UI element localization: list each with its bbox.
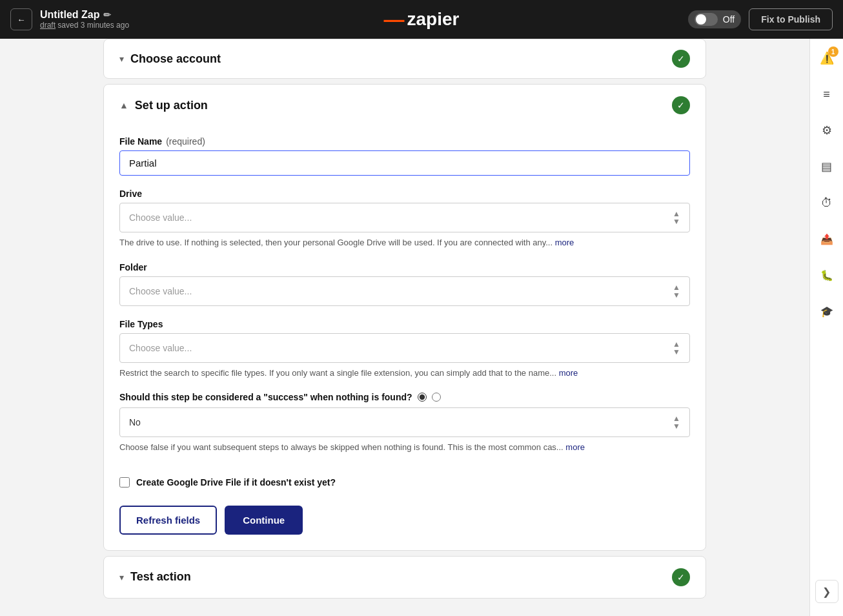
zap-info: Untitled Zap ✏ draft saved 3 minutes ago <box>40 9 129 30</box>
refresh-fields-button[interactable]: Refresh fields <box>119 506 217 535</box>
test-action-card: ▾ Test action ✓ <box>103 556 706 599</box>
test-action-header-left: ▾ Test action <box>119 570 191 584</box>
header-left: ← Untitled Zap ✏ draft saved 3 minutes a… <box>10 8 129 30</box>
draft-link[interactable]: draft <box>40 21 56 30</box>
center-content: ▾ Choose account ✓ ▲ Set up action ✓ Fil <box>0 39 809 616</box>
sidebar-clock-icon[interactable]: ⏱ <box>815 191 838 214</box>
success-select[interactable]: No ▲▼ <box>119 407 690 437</box>
file-types-label-text: File Types <box>119 319 163 329</box>
sidebar-debug-icon[interactable]: 🐛 <box>815 263 838 287</box>
folder-label-text: Folder <box>119 262 147 272</box>
warning-badge: 1 <box>828 46 838 57</box>
drive-placeholder: Choose value... <box>129 212 192 223</box>
setup-action-header-left: ▲ Set up action <box>119 99 208 112</box>
success-question-field-group: Should this step be considered a "succes… <box>119 392 690 454</box>
setup-action-header[interactable]: ▲ Set up action ✓ <box>104 85 706 126</box>
sidebar-collapse-button[interactable]: ❯ <box>815 580 838 603</box>
file-types-label: File Types <box>119 319 690 329</box>
zap-subtitle: draft saved 3 minutes ago <box>40 21 129 30</box>
drive-select[interactable]: Choose value... ▲▼ <box>119 203 690 232</box>
test-action-chevron-icon: ▾ <box>119 572 124 582</box>
test-action-check: ✓ <box>672 568 690 586</box>
setup-chevron-icon: ▲ <box>119 100 128 110</box>
clock-icon: ⏱ <box>821 196 833 210</box>
right-sidebar: ⚠️ 1 ≡ ⚙ ▤ ⏱ 📤 🐛 🎓 ❯ <box>809 39 843 616</box>
sidebar-layers-icon[interactable]: ▤ <box>815 155 838 178</box>
folder-placeholder: Choose value... <box>129 286 192 296</box>
zap-title-row: Untitled Zap ✏ <box>40 9 129 21</box>
success-description: Choose false if you want subsequent step… <box>119 441 690 454</box>
create-file-label: Create Google Drive File if it doesn't e… <box>136 477 336 488</box>
success-question-label: Should this step be considered a "succes… <box>119 392 412 402</box>
folder-arrows-icon: ▲▼ <box>673 283 680 299</box>
layers-icon: ▤ <box>821 159 832 174</box>
upload-icon: 📤 <box>820 233 833 245</box>
file-name-field-group: File Name (required) <box>119 136 690 176</box>
success-radio-no[interactable] <box>432 393 441 402</box>
fix-to-publish-button[interactable]: Fix to Publish <box>749 8 833 30</box>
back-icon: ← <box>17 15 25 25</box>
choose-account-header-left: ▾ Choose account <box>119 52 221 66</box>
toggle-wrap[interactable]: Off <box>688 10 741 28</box>
chevron-down-icon: ▾ <box>119 54 124 64</box>
file-types-select[interactable]: Choose value... ▲▼ <box>119 333 690 363</box>
file-types-placeholder: Choose value... <box>129 343 192 353</box>
sidebar-education-icon[interactable]: 🎓 <box>815 300 838 323</box>
debug-icon: 🐛 <box>820 269 833 282</box>
success-radio-yes[interactable] <box>418 393 427 402</box>
file-name-label-text: File Name <box>119 136 162 147</box>
setup-action-title: Set up action <box>135 99 208 112</box>
edit-icon[interactable]: ✏ <box>103 10 111 20</box>
back-button[interactable]: ← <box>10 8 32 30</box>
setup-action-card: ▲ Set up action ✓ File Name (required) <box>103 84 706 551</box>
action-buttons: Refresh fields Continue <box>119 506 690 535</box>
folder-select[interactable]: Choose value... ▲▼ <box>119 276 690 306</box>
sidebar-upload-icon[interactable]: 📤 <box>815 227 838 251</box>
sidebar-warning-icon[interactable]: ⚠️ 1 <box>815 46 838 70</box>
setup-action-check: ✓ <box>672 96 690 114</box>
success-more-link[interactable]: more <box>565 442 585 452</box>
list-icon: ≡ <box>823 88 830 101</box>
file-name-required: (required) <box>166 136 205 147</box>
choose-account-check: ✓ <box>672 50 690 68</box>
drive-label: Drive <box>119 189 690 199</box>
folder-label: Folder <box>119 262 690 272</box>
main-layout: ▾ Choose account ✓ ▲ Set up action ✓ Fil <box>0 39 843 616</box>
logo-dash: — <box>384 8 405 32</box>
header-right: Off Fix to Publish <box>688 8 833 30</box>
success-arrows-icon: ▲▼ <box>673 415 680 430</box>
file-name-label: File Name (required) <box>119 136 690 147</box>
choose-account-header[interactable]: ▾ Choose account ✓ <box>104 39 706 78</box>
zap-title-text: Untitled Zap <box>40 9 99 21</box>
top-header: ← Untitled Zap ✏ draft saved 3 minutes a… <box>0 0 843 39</box>
success-question-row: Should this step be considered a "succes… <box>119 392 690 402</box>
create-file-checkbox[interactable] <box>119 477 130 488</box>
settings-icon: ⚙ <box>822 123 832 138</box>
choose-account-title: Choose account <box>130 52 221 66</box>
logo-text: zapier <box>407 9 460 30</box>
drive-description: The drive to use. If nothing is selected… <box>119 236 690 249</box>
folder-field-group: Folder Choose value... ▲▼ <box>119 262 690 306</box>
sidebar-settings-icon[interactable]: ⚙ <box>815 119 838 142</box>
choose-account-card: ▾ Choose account ✓ <box>103 39 706 79</box>
file-name-input[interactable] <box>119 150 690 176</box>
setup-action-form: File Name (required) Drive Choose value.… <box>104 126 706 550</box>
drive-arrows-icon: ▲▼ <box>673 210 680 225</box>
sidebar-list-icon[interactable]: ≡ <box>815 83 838 106</box>
file-types-field-group: File Types Choose value... ▲▼ Restrict t… <box>119 319 690 380</box>
create-file-row: Create Google Drive File if it doesn't e… <box>119 467 690 490</box>
continue-button[interactable]: Continue <box>225 506 303 535</box>
file-types-more-link[interactable]: more <box>559 368 578 378</box>
drive-more-link[interactable]: more <box>555 238 574 247</box>
education-icon: 🎓 <box>820 305 833 318</box>
test-action-header[interactable]: ▾ Test action ✓ <box>104 557 706 598</box>
drive-label-text: Drive <box>119 189 142 199</box>
collapse-icon: ❯ <box>822 586 831 598</box>
drive-field-group: Drive Choose value... ▲▼ The drive to us… <box>119 189 690 249</box>
toggle-label: Off <box>723 14 735 25</box>
file-types-description: Restrict the search to specific file typ… <box>119 367 690 380</box>
zapier-logo: — zapier <box>384 8 460 32</box>
saved-time: saved 3 minutes ago <box>57 21 129 30</box>
test-action-title: Test action <box>130 570 191 584</box>
toggle-knob[interactable] <box>695 13 718 26</box>
